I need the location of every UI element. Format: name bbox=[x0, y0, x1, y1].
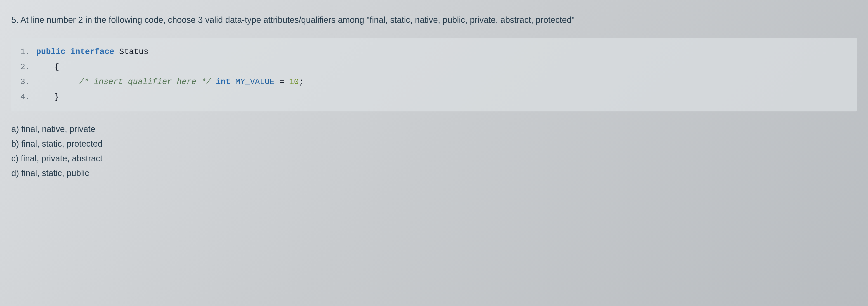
line-number: 2. bbox=[20, 60, 36, 75]
close-brace: } bbox=[54, 92, 59, 102]
question-text: 5. At line number 2 in the following cod… bbox=[11, 13, 857, 26]
question-body: At line number 2 in the following code, … bbox=[20, 15, 575, 25]
comment: /* insert qualifier here */ bbox=[79, 77, 211, 87]
equals-sign: = bbox=[279, 77, 284, 87]
option-b: b) final, static, protected bbox=[11, 137, 857, 150]
keyword-int: int bbox=[216, 77, 230, 87]
code-content: } bbox=[36, 90, 59, 105]
open-brace: { bbox=[54, 62, 59, 72]
code-line-3: 3. /* insert qualifier here */ int MY_VA… bbox=[20, 74, 848, 90]
option-d: d) final, static, public bbox=[11, 167, 857, 180]
variable-name: MY_VALUE bbox=[235, 77, 274, 87]
line-number: 1. bbox=[20, 44, 36, 60]
code-line-2: 2. { bbox=[20, 60, 848, 75]
code-block: 1. public interface Status 2. { 3. /* in… bbox=[11, 38, 857, 112]
code-line-1: 1. public interface Status bbox=[20, 44, 848, 60]
line-number: 3. bbox=[20, 74, 36, 90]
answer-options: a) final, native, private b) final, stat… bbox=[11, 123, 857, 180]
line-number: 4. bbox=[20, 90, 36, 105]
option-c: c) final, private, abstract bbox=[11, 152, 857, 165]
code-content: /* insert qualifier here */ int MY_VALUE… bbox=[36, 74, 304, 90]
keyword-interface: interface bbox=[70, 47, 114, 57]
semicolon: ; bbox=[299, 77, 304, 87]
code-content: public interface Status bbox=[36, 44, 149, 60]
class-name: Status bbox=[119, 47, 149, 57]
question-number: 5. bbox=[11, 15, 19, 25]
keyword-public: public bbox=[36, 47, 66, 57]
option-a: a) final, native, private bbox=[11, 123, 857, 135]
code-line-4: 4. } bbox=[20, 90, 848, 105]
number-literal: 10 bbox=[289, 77, 299, 87]
code-content: { bbox=[36, 60, 59, 75]
